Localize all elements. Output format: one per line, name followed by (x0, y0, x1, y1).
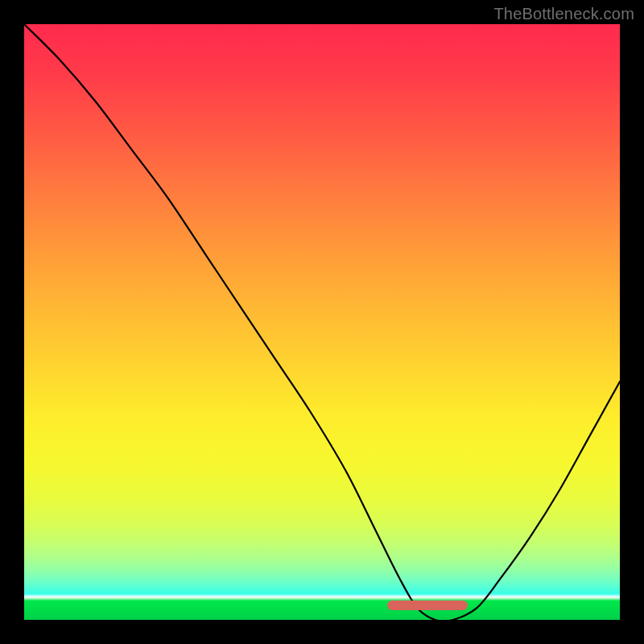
watermark-text: TheBottleneck.com (493, 5, 634, 23)
curve-svg (24, 24, 620, 620)
bottleneck-curve-path (24, 24, 620, 620)
optimal-range-marker (387, 601, 468, 610)
chart-plot-area (24, 24, 620, 620)
